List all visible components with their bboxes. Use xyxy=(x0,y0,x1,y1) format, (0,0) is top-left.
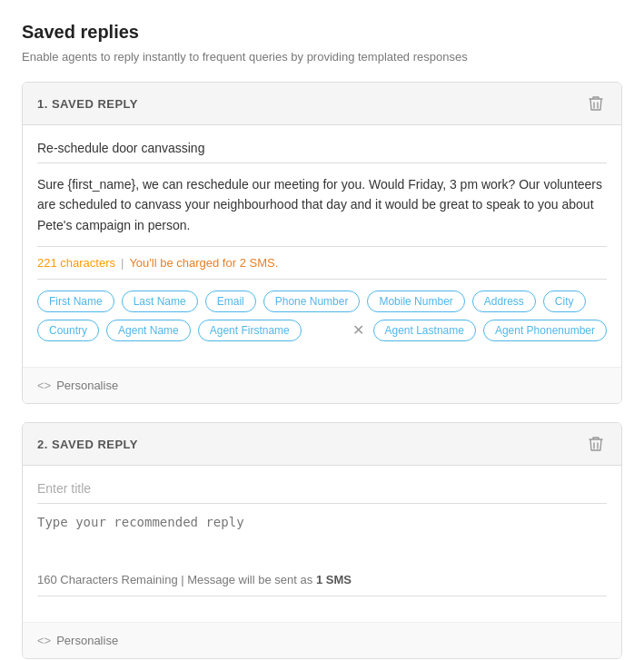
code-icon-1: <> xyxy=(37,379,51,392)
tags-row-1: First Name Last Name Email Phone Number … xyxy=(37,291,607,341)
tag-agent-phonenumber[interactable]: Agent Phonenumber xyxy=(483,320,607,341)
saved-reply-card-1: 1. SAVED REPLY Sure {first_name}, we can… xyxy=(22,82,622,404)
tag-country[interactable]: Country xyxy=(37,320,99,341)
saved-reply-card-2: 2. SAVED REPLY 160 Characters Remaining … xyxy=(22,422,622,659)
card-1-body: Sure {first_name}, we can reschedule our… xyxy=(23,125,621,367)
tag-phone-number[interactable]: Phone Number xyxy=(263,291,361,312)
close-tags-button[interactable]: ✕ xyxy=(351,321,366,340)
delete-reply-2-button[interactable] xyxy=(585,434,607,454)
code-icon-2: <> xyxy=(37,634,51,647)
card-2-header: 2. SAVED REPLY xyxy=(23,423,621,466)
card-1-title: 1. SAVED REPLY xyxy=(37,97,138,111)
tag-email[interactable]: Email xyxy=(205,291,256,312)
delete-reply-1-button[interactable] xyxy=(585,94,607,113)
reply-1-title-input[interactable] xyxy=(37,141,607,163)
trash-icon-2 xyxy=(589,436,603,452)
tag-address[interactable]: Address xyxy=(472,291,536,312)
reply-1-body-text: Sure {first_name}, we can reschedule our… xyxy=(37,174,607,247)
reply-2-body-textarea[interactable] xyxy=(37,515,607,569)
char-count-row-1: 221 characters | You'll be charged for 2… xyxy=(37,256,607,280)
tag-first-name[interactable]: First Name xyxy=(37,291,114,312)
char-separator-1: | xyxy=(121,256,124,270)
tag-mobile-number[interactable]: Mobile Number xyxy=(367,291,464,312)
card-2-body: 160 Characters Remaining | Message will … xyxy=(23,466,621,622)
sms-warning-1: You'll be charged for 2 SMS. xyxy=(129,256,278,270)
card-1-header: 1. SAVED REPLY xyxy=(23,83,621,125)
page-title: Saved replies xyxy=(22,22,622,43)
char-count-1: 221 characters xyxy=(37,256,115,270)
personalise-label-1: Personalise xyxy=(56,379,118,392)
personalise-label-2: Personalise xyxy=(56,634,118,647)
tag-agent-name[interactable]: Agent Name xyxy=(106,320,191,341)
trash-icon xyxy=(589,95,603,112)
tag-city[interactable]: City xyxy=(543,291,586,312)
personalise-row-2[interactable]: <> Personalise xyxy=(23,622,621,658)
page-subtitle: Enable agents to reply instantly to freq… xyxy=(22,50,622,64)
tag-agent-firstname[interactable]: Agent Firstname xyxy=(198,320,302,341)
tag-agent-lastname[interactable]: Agent Lastname xyxy=(373,320,476,341)
reply-2-title-input[interactable] xyxy=(37,481,607,504)
tag-last-name[interactable]: Last Name xyxy=(122,291,198,312)
card-2-title: 2. SAVED REPLY xyxy=(37,438,138,451)
char-remaining-2: 160 Characters Remaining | Message will … xyxy=(37,573,607,596)
personalise-row-1[interactable]: <> Personalise xyxy=(23,367,621,403)
